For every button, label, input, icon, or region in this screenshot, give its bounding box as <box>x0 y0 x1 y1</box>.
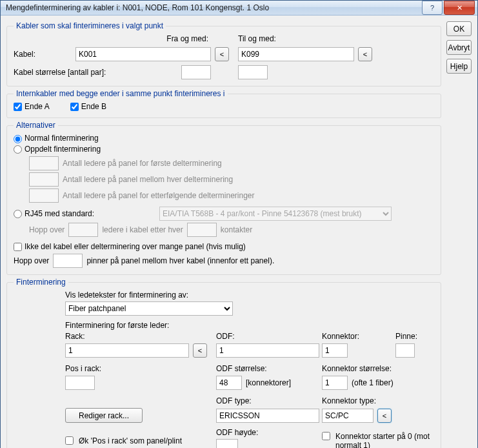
kabel-til-picker-button[interactable]: < <box>358 47 372 61</box>
til-og-med-label: Til og med: <box>238 34 354 43</box>
oppdelt-sub: Antall ledere på panel for første delter… <box>29 156 434 203</box>
pinne-input[interactable] <box>395 343 415 358</box>
content-area: Kabler som skal finterimineres i valgt p… <box>1 15 477 448</box>
normal-radio[interactable] <box>14 135 22 143</box>
konnektor-input[interactable] <box>322 343 348 358</box>
group-alternativer-legend: Alternativer <box>14 121 58 130</box>
vis-label: Vis ledetekster for finterminering av: <box>65 290 434 300</box>
odf-storr-label: ODF størrelse: <box>216 364 313 373</box>
group-internkabler: Internkabler med begge ender i samme pun… <box>6 89 441 118</box>
close-icon[interactable]: ✕ <box>444 1 475 15</box>
rj45-hop-pre: Hopp over <box>29 225 65 234</box>
sub2-label: Antall ledere på panel mellom hver delte… <box>63 175 233 184</box>
konn-start-checkbox[interactable] <box>322 432 330 440</box>
window-title: Mengdefinterminering av kabler i: N001, … <box>6 3 422 12</box>
odf-type-input[interactable] <box>216 409 319 423</box>
hopp2-suf: pinner på panel mellom hver kabel (innen… <box>86 256 274 265</box>
ok-button[interactable]: OK <box>446 21 472 36</box>
pos-label: Pos i rack: <box>65 364 207 373</box>
konn-storr-input[interactable] <box>322 376 348 390</box>
storrelse-fra-input[interactable] <box>181 65 211 79</box>
group-kabler: Kabler som skal finterimineres i valgt p… <box>6 21 441 87</box>
pos-input[interactable] <box>65 376 95 390</box>
group-finterminering: Finterminering Vis ledetekster for finte… <box>6 278 441 448</box>
konn-storr-suffix: (ofte 1 fiber) <box>352 378 393 387</box>
odf-hoyde-label: ODF høyde: <box>216 428 258 437</box>
sub1-input <box>29 156 59 170</box>
hopp2-pre: Hopp over <box>14 256 49 265</box>
rj45-standard-select: EIA/TIA T568B - 4 par/kont - Pinne 54123… <box>159 207 392 221</box>
ende-b-checkbox[interactable] <box>70 103 79 111</box>
kabel-label: Kabel: <box>14 50 72 59</box>
ok-pos-checkbox[interactable] <box>65 436 74 445</box>
ende-b-checkbox-label[interactable]: Ende B <box>70 102 106 111</box>
window-buttons: ? ✕ <box>422 1 477 15</box>
sub1-label: Antall ledere på panel for første delter… <box>63 159 222 168</box>
rj45-hop-ledere-input <box>68 223 98 237</box>
kabel-fra-picker-button[interactable]: < <box>215 47 229 61</box>
group-alternativer: Alternativer Normal finterminering Oppde… <box>6 121 441 275</box>
group-finterminering-legend: Finterminering <box>14 278 68 287</box>
odf-hoyde-input[interactable] <box>216 439 238 448</box>
rack-label: Rack: <box>65 332 207 341</box>
sub2-input <box>29 172 59 187</box>
normal-radio-label[interactable]: Normal finterminering <box>14 134 99 143</box>
rack-picker-button[interactable]: < <box>193 343 207 358</box>
dialog-window: Mengdefinterminering av kabler i: N001, … <box>0 0 478 448</box>
group-internkabler-legend: Internkabler med begge ender i samme pun… <box>14 89 228 98</box>
kabel-storrelse-label: Kabel størrelse [antall par]: <box>14 68 176 77</box>
odf-label: ODF: <box>216 332 313 341</box>
storrelse-til-input[interactable] <box>238 65 268 79</box>
rj45-radio[interactable] <box>14 210 22 218</box>
oppdelt-radio-label[interactable]: Oppdelt finterminering <box>14 145 101 154</box>
group-kabler-legend: Kabler som skal finterimineres i valgt p… <box>14 21 166 30</box>
konn-type-picker-button[interactable]: < <box>377 409 392 423</box>
odf-storr-suffix: [konnektorer] <box>246 378 291 387</box>
hopp2-input[interactable] <box>53 254 83 268</box>
kabel-til-input[interactable] <box>238 47 354 61</box>
main-column: Kabler som skal finterimineres i valgt p… <box>6 21 441 448</box>
oppdelt-radio[interactable] <box>14 145 22 154</box>
rj45-hop-suf: kontakter <box>221 225 252 234</box>
side-column: OK Avbryt Hjelp <box>446 21 472 448</box>
konn-start-checkbox-label[interactable]: Konnektor starter på 0 (mot normalt 1) <box>322 432 434 448</box>
avbryt-button[interactable]: Avbryt <box>446 40 472 55</box>
odf-input[interactable] <box>216 343 319 358</box>
sub3-input <box>29 188 59 203</box>
rj45-radio-label[interactable]: RJ45 med standard: <box>14 209 155 218</box>
rediger-rack-button[interactable]: Rediger rack... <box>65 408 143 423</box>
sub3-label: Antall ledere på panel for etterfølgende… <box>63 191 255 200</box>
rack-input[interactable] <box>65 343 189 358</box>
konnektor-label: Konnektor: <box>322 332 386 341</box>
konn-type-input[interactable] <box>322 409 373 423</box>
kabel-fra-input[interactable] <box>75 47 211 61</box>
fra-og-med-label: Fra og med: <box>75 34 211 43</box>
titlebar: Mengdefinterminering av kabler i: N001, … <box>1 1 477 15</box>
ikke-del-checkbox[interactable] <box>14 243 22 251</box>
help-icon[interactable]: ? <box>422 1 443 15</box>
odf-type-label: ODF type: <box>216 396 313 405</box>
konn-storr-label: Konnektor størrelse: <box>322 364 434 373</box>
konn-type-label: Konnektor type: <box>322 396 434 405</box>
pinne-label: Pinne: <box>395 332 434 341</box>
first-leder-label: Finterminering for første leder: <box>65 321 434 330</box>
ende-a-checkbox-label[interactable]: Ende A <box>14 102 50 111</box>
vis-select[interactable]: Fiber patchpanel <box>65 301 233 316</box>
hjelp-button[interactable]: Hjelp <box>446 59 472 74</box>
ende-a-checkbox[interactable] <box>14 103 22 111</box>
odf-storr-input[interactable] <box>216 376 242 390</box>
ok-pos-checkbox-label[interactable]: Øk 'Pos i rack' som panel/plint <box>65 436 207 445</box>
ikke-del-checkbox-label[interactable]: Ikke del kabel eller delterminering over… <box>14 242 246 251</box>
rj45-hop-mid: ledere i kabel etter hver <box>102 225 183 234</box>
rj45-hop-kontakter-input <box>187 223 217 237</box>
